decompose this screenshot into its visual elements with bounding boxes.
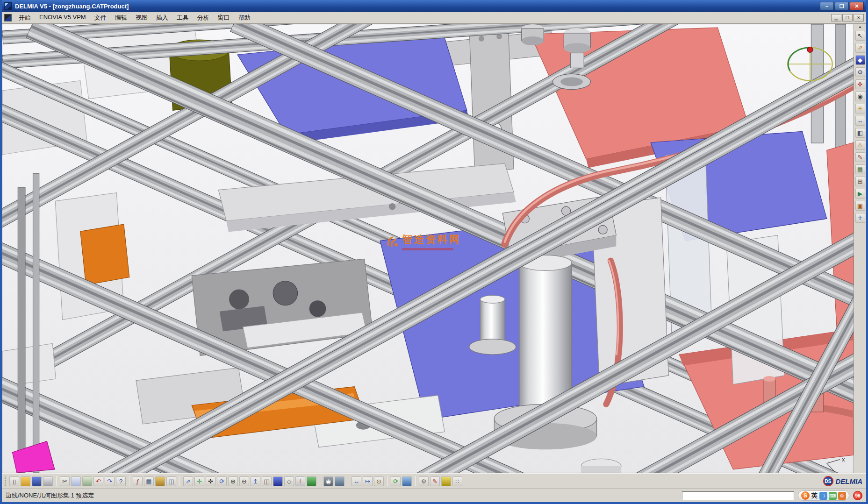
toolbar-grip[interactable] [5,476,6,486]
viewport-3d[interactable]: x 智造资料网 [2,24,854,473]
icon-glyph: ↖ [858,33,863,39]
close-button[interactable]: ✕ [850,2,864,10]
render-tools-button[interactable] [335,476,344,486]
light-source-tool[interactable]: ☀ [855,104,865,114]
menu-edit[interactable]: 编辑 [111,12,131,23]
icon-glyph: ⊖ [242,478,247,484]
ime-keyboard-icon[interactable]: ⌨ [829,492,837,500]
catalog-tool[interactable]: ⊞ [855,177,865,186]
macros-button[interactable]: ✎ [430,476,440,486]
icon-glyph: ◫ [168,478,174,484]
mdi-restore-button[interactable]: ❐ [842,14,853,21]
options-settings-button[interactable]: ⚙ [419,476,429,486]
mass-properties-button[interactable]: ⊙ [374,476,384,486]
annotation-tool[interactable]: ✎ [855,152,865,162]
shaded-view-button[interactable] [273,476,283,486]
context-help-button[interactable]: ? [116,476,126,486]
camera-view-tool[interactable]: ◉ [855,92,865,101]
mdi-minimize-button[interactable]: ▁ [831,14,841,21]
icon-glyph: ▦ [857,166,863,172]
toolbar-separator [415,476,416,486]
app-icon [4,2,12,10]
section-tool[interactable]: ◧ [855,128,865,138]
copy-button[interactable] [71,476,81,486]
catalog-browser-button[interactable] [155,476,165,486]
clash-warning-tool[interactable]: ⚠ [855,140,865,150]
ime-toolbar[interactable]: S 英 ☽ ⌨ ⚙ [798,490,849,501]
wireframe-view-button[interactable]: ◇ [284,476,294,486]
normal-view-button[interactable]: ↥ [251,476,260,486]
fly-through-button[interactable]: ⇗ [183,476,193,486]
axis-label: x [842,456,845,463]
axis-system-tool[interactable]: ✛ [855,213,865,223]
save-button[interactable] [32,476,42,486]
compass-tool[interactable]: ✜ [855,79,865,89]
clash-check-button[interactable] [402,476,412,486]
icon-glyph: ✜ [858,81,863,87]
menu-file[interactable]: 文件 [91,12,110,23]
formula-editor-button[interactable]: ƒ [133,476,143,486]
mechanism-gear-tool[interactable]: ⚙ [855,67,865,77]
fly-mode-tool[interactable]: ⇗ [855,43,865,53]
open-folder-button[interactable] [21,476,30,486]
material-tool[interactable]: ▦ [855,164,865,174]
paste-button[interactable] [82,476,92,486]
mdi-close-button[interactable]: ✕ [854,14,864,21]
menu-enovia-vpm[interactable]: ENOVIA V5 VPM [36,12,90,23]
icon-glyph: ◫ [264,478,269,484]
menu-insert[interactable]: 插入 [152,12,172,23]
view-cube-tool[interactable]: ◆ [855,55,865,65]
menu-window[interactable]: 窗口 [214,12,234,23]
icon-glyph: ↥ [253,478,258,484]
simulation-play-tool[interactable]: ▶ [855,189,865,199]
window-title: DELMIA V5 - [zongzhuang.CATProduct] [15,3,129,10]
icon-glyph: ◉ [326,478,331,484]
toolbar-scroll-up-icon[interactable]: ▲ [855,25,865,29]
maximize-button[interactable]: ❐ [835,2,849,10]
multi-view-button[interactable]: ◫ [262,476,272,486]
menu-analyze[interactable]: 分析 [194,12,213,23]
new-document-button[interactable]: ▯ [9,476,19,486]
design-table-button[interactable]: ▦ [144,476,154,486]
pan-button[interactable]: ✜ [206,476,215,486]
link-manager-button[interactable]: ◫ [166,476,176,486]
robot-task-tool[interactable]: ▣ [855,201,865,211]
update-document-button[interactable]: ⟳ [391,476,401,486]
icon-glyph: ƒ [136,478,139,484]
select-tool[interactable]: ↖ [855,31,865,41]
material-view-button[interactable]: i [295,476,305,486]
menu-start[interactable]: 开始 [15,12,35,23]
measure-item-button[interactable]: ↦ [363,476,373,486]
zoom-out-button[interactable]: ⊖ [239,476,249,486]
menu-help[interactable]: 帮助 [235,12,254,23]
print-button[interactable] [43,476,53,486]
ime-mode-icon[interactable]: ☽ [819,492,827,500]
cut-button[interactable]: ✂ [60,476,70,486]
zoom-in-button[interactable]: ⊕ [228,476,238,486]
notification-badge[interactable]: 98 [853,491,862,500]
document-menu-icon[interactable] [4,14,12,21]
script-editor-button[interactable] [441,476,451,486]
toolbar-separator [56,476,57,486]
menu-tools[interactable]: 工具 [173,12,193,23]
icon-glyph: ↔ [353,478,359,484]
fit-all-in-button[interactable]: ✛ [194,476,204,486]
hide-show-button[interactable] [307,476,316,486]
title-bar[interactable]: DELMIA V5 - [zongzhuang.CATProduct] – ❐ … [2,0,866,12]
measure-between-button[interactable]: ↔ [352,476,361,486]
ime-toolbox-icon[interactable]: ⚙ [838,492,846,500]
menu-view[interactable]: 视图 [132,12,151,23]
ime-language-indicator[interactable]: 英 [811,491,818,500]
redo-button[interactable]: ↷ [105,476,115,486]
rotate-view-button[interactable]: ⟳ [217,476,227,486]
power-input-field[interactable] [682,491,794,500]
icon-glyph: ⟳ [219,478,224,484]
minimize-button[interactable]: – [820,2,834,10]
capture-camera-button[interactable]: ◉ [323,476,333,486]
measure-tool[interactable]: ↔ [855,116,865,126]
sogou-logo-icon[interactable]: S [801,491,810,500]
icon-glyph: ⚠ [857,142,863,148]
undo-button[interactable]: ↶ [93,476,103,486]
view-compass[interactable] [788,47,832,80]
customize-more-button[interactable]: ∷ [452,476,462,486]
